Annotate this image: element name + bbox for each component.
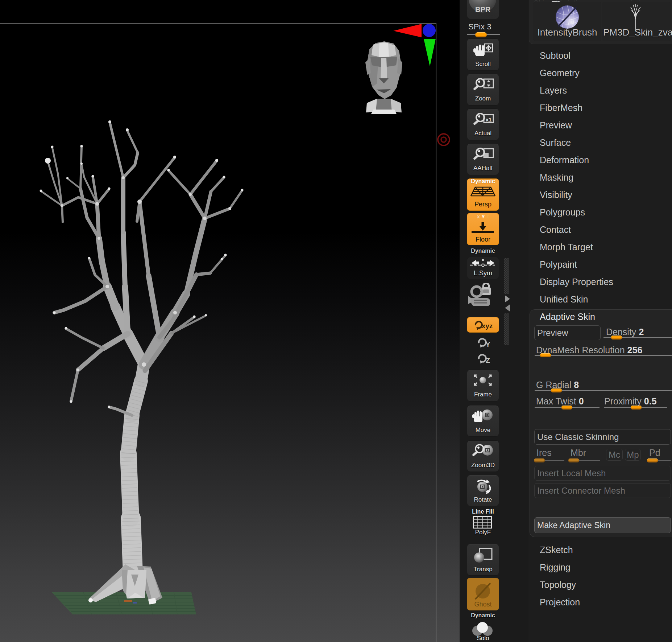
svg-text:xyz: xyz — [482, 322, 493, 330]
svg-text:BPR: BPR — [475, 5, 491, 13]
svg-text:Z: Z — [486, 357, 490, 364]
svg-text:x1: x1 — [486, 116, 492, 123]
svg-text:Y: Y — [486, 341, 490, 348]
